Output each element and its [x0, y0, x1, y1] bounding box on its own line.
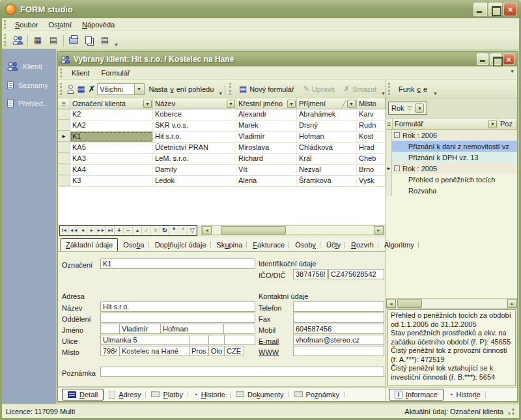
- scroll-left-icon[interactable]: ◄: [386, 299, 396, 308]
- tab-platby[interactable]: Platby: [146, 389, 188, 400]
- menu-soubor[interactable]: Soubor: [10, 20, 43, 30]
- ulice-field[interactable]: [100, 335, 190, 345]
- menu-formular[interactable]: Formulář: [96, 68, 136, 78]
- scroll-left-icon[interactable]: ◄: [202, 226, 212, 234]
- form-list-icon[interactable]: ▤: [98, 34, 112, 47]
- prijmeni-field[interactable]: [160, 324, 224, 334]
- view-filter-combo[interactable]: Všichni ▼: [97, 83, 144, 95]
- tab-poznamky[interactable]: Poznámky: [289, 389, 345, 400]
- column-header-misto[interactable]: Místo: [357, 98, 386, 109]
- nav-filter-button[interactable]: ▽: [188, 226, 197, 235]
- minimize-button[interactable]: [473, 3, 487, 16]
- close-button[interactable]: ×: [503, 3, 517, 16]
- column-header-prijmeni[interactable]: Příjmení ╱ ▼: [297, 98, 357, 109]
- column-dropdown-icon[interactable]: ▼: [347, 100, 356, 108]
- person-icon[interactable]: [66, 83, 75, 96]
- nav-first-button[interactable]: I◄: [60, 226, 69, 235]
- table-row[interactable]: KA4 Damily Vít Nezval Brno: [58, 165, 386, 176]
- www-field[interactable]: [293, 346, 384, 356]
- dic-field[interactable]: [328, 269, 384, 279]
- stat-field[interactable]: [224, 346, 244, 356]
- child-minimize-button[interactable]: [477, 53, 488, 65]
- delete-button[interactable]: ✗ Smazat: [339, 83, 382, 95]
- grid-horizontal-scrollbar[interactable]: ◄ ►: [201, 225, 384, 235]
- tab-ucty[interactable]: Účty: [321, 238, 346, 251]
- kraj-field[interactable]: [208, 346, 225, 356]
- print-icon[interactable]: [66, 34, 81, 47]
- email-link-label[interactable]: E-mail: [259, 336, 279, 345]
- column-header-formular[interactable]: Formulář ▼: [393, 119, 498, 129]
- titul-za-field[interactable]: [223, 324, 255, 334]
- nazev-field[interactable]: [100, 301, 255, 312]
- scroll-right-icon[interactable]: ►: [507, 299, 517, 308]
- toolbar-overflow-chevron[interactable]: ▾: [381, 80, 386, 98]
- table-row[interactable]: KA3 LeM. s.r.o. Richard Král Cheb: [58, 154, 386, 165]
- menu-napoveda[interactable]: Nápověda: [77, 20, 120, 30]
- psc-field[interactable]: [100, 346, 120, 356]
- tab-info-historie[interactable]: ◔ Historie: [444, 389, 486, 400]
- nav-prior-button[interactable]: ◄: [78, 226, 87, 235]
- nav-last-button[interactable]: ►I: [106, 226, 115, 235]
- maximize-button[interactable]: [488, 3, 502, 16]
- toolbar-grip[interactable]: [4, 20, 7, 29]
- group-row-marked[interactable]: ► - Rok : 2005: [386, 163, 517, 174]
- collapse-icon[interactable]: -: [394, 132, 400, 138]
- toolbar-overflow-chevron[interactable]: ▾: [432, 80, 439, 98]
- menu-klient[interactable]: Klient: [66, 68, 96, 78]
- nav-refresh-button[interactable]: ↻: [160, 226, 169, 235]
- table-row-selected[interactable]: ► K1 Hit s.r.o. Vladimír Hofman Kost: [58, 132, 386, 143]
- jmeno-field[interactable]: [119, 324, 161, 334]
- list-item-selected[interactable]: Přiznání k dani z nemovitostí vz: [386, 141, 517, 152]
- functions-button[interactable]: Funkce: [394, 83, 432, 95]
- menu-ostatni[interactable]: Ostatní: [43, 20, 76, 30]
- toolbar-overflow-chevron[interactable]: ▾: [218, 80, 223, 98]
- copies-icon[interactable]: [82, 34, 96, 47]
- client-window-titlebar[interactable]: Vybraný klient: Hit s.r.o. / Kostelec na…: [58, 52, 517, 66]
- column-dropdown-icon[interactable]: ▼: [488, 120, 497, 128]
- tab-osoba[interactable]: Osoba: [118, 238, 149, 251]
- tab-detail[interactable]: Detail: [62, 389, 104, 400]
- new-form-button[interactable]: ▤ Nový formulář: [234, 82, 299, 96]
- menu-overflow-chevron[interactable]: ▾: [509, 68, 516, 76]
- tab-dokumenty[interactable]: Dokumenty: [231, 389, 289, 400]
- titul-pred-field[interactable]: [100, 324, 120, 334]
- tab-adresy[interactable]: Adresy: [104, 389, 146, 400]
- nav-next-page-button[interactable]: ►►: [96, 226, 106, 235]
- tab-historie[interactable]: ◔ Historie: [188, 389, 231, 400]
- tab-osoby[interactable]: Osoby: [290, 238, 321, 251]
- nav-goto-bookmark-button[interactable]: *: [178, 226, 188, 235]
- tab-rozvrh[interactable]: Rozvrh: [346, 238, 379, 251]
- nav-cancel-button[interactable]: ×: [151, 226, 160, 235]
- group-row[interactable]: - Rok : 2006: [386, 130, 517, 141]
- tab-fakturace[interactable]: Fakturace: [247, 238, 290, 251]
- telefon-field[interactable]: [293, 301, 384, 312]
- building-icon[interactable]: ▦: [77, 83, 86, 96]
- list-item[interactable]: Rozvaha: [386, 185, 517, 196]
- tab-informace[interactable]: i Informace: [389, 389, 444, 400]
- column-header-oznaceni[interactable]: Označení klienta ▼: [70, 98, 153, 109]
- scrollbar-thumb[interactable]: [221, 226, 286, 234]
- mobil-field[interactable]: [293, 324, 384, 334]
- combo-dropdown-icon[interactable]: ▼: [134, 84, 144, 94]
- group-dropdown-icon[interactable]: ▼: [415, 104, 424, 113]
- toolbar-grip[interactable]: [4, 34, 7, 46]
- oddeleni-field[interactable]: [100, 313, 255, 323]
- column-select-button[interactable]: ≡: [386, 119, 393, 129]
- cancel-filter-icon[interactable]: ✗: [87, 83, 96, 96]
- poznamka-field[interactable]: [100, 367, 384, 377]
- column-header-nazev[interactable]: Název ▼: [153, 98, 236, 109]
- nav-edit-button[interactable]: ▲: [133, 226, 142, 235]
- column-dropdown-icon[interactable]: ▼: [227, 100, 235, 108]
- toolbar-grip[interactable]: [229, 83, 232, 95]
- okres-field[interactable]: [189, 346, 209, 356]
- child-maximize-button[interactable]: [490, 53, 501, 65]
- cislo-field[interactable]: [189, 335, 209, 345]
- column-select-button[interactable]: ≡: [58, 98, 70, 109]
- edit-button[interactable]: ✎ Upravit: [299, 83, 339, 95]
- clients-icon[interactable]: [10, 34, 25, 47]
- nav-bookmark-button[interactable]: *: [169, 226, 178, 235]
- misto-field[interactable]: [119, 346, 190, 356]
- nav-next-button[interactable]: ►: [87, 226, 96, 235]
- table-row[interactable]: K3 Ledok Alena Šrámková Vyšk: [58, 176, 386, 187]
- child-close-button[interactable]: ×: [503, 53, 514, 65]
